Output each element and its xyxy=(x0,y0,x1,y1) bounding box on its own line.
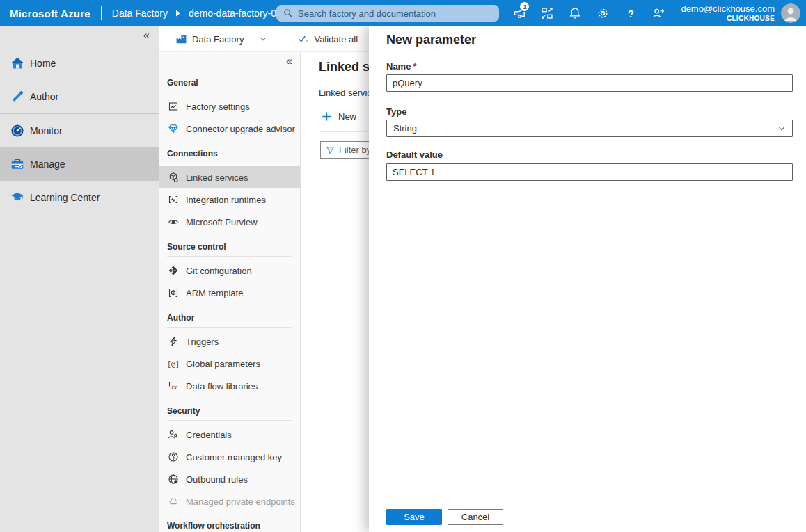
name-label-text: Name xyxy=(386,61,411,72)
integration-runtime-icon xyxy=(168,194,179,205)
save-button[interactable]: Save xyxy=(386,509,442,525)
avatar[interactable] xyxy=(781,3,800,23)
nav-item-credentials[interactable]: Credentials xyxy=(159,424,300,446)
nav-item-label: ARM template xyxy=(186,288,243,298)
azure-brand[interactable]: Microsoft Azure xyxy=(10,8,90,19)
breadcrumb-current[interactable]: demo-data-factory-00 xyxy=(189,8,282,19)
breadcrumb-root[interactable]: Data Factory xyxy=(112,8,168,19)
switch-view-button[interactable] xyxy=(533,0,561,26)
sidebar-item-learning-center[interactable]: Learning Center xyxy=(0,181,159,214)
arm-template-icon xyxy=(168,287,179,298)
new-button[interactable]: New xyxy=(322,111,356,122)
fx-icon: fx xyxy=(168,380,179,392)
nav-item-managed-private-endpoints[interactable]: Managed private endpoints xyxy=(159,490,300,513)
factory-icon xyxy=(175,33,187,45)
page-description: Linked servic xyxy=(319,88,372,98)
default-value-label: Default value xyxy=(386,150,443,160)
nav-item-git-configuration[interactable]: Git configuration xyxy=(159,259,300,282)
person-icon xyxy=(781,3,800,23)
nav-section-header: Connections xyxy=(159,148,300,159)
feedback-button[interactable] xyxy=(645,0,672,26)
settings-button[interactable] xyxy=(589,0,617,26)
nav-section-header: General xyxy=(159,77,300,88)
new-parameter-panel: New parameter Name* Type String Default … xyxy=(369,26,806,532)
cancel-button[interactable]: Cancel xyxy=(448,509,503,525)
name-input[interactable] xyxy=(386,74,793,92)
nav-item-label: Linked services xyxy=(186,172,248,183)
notifications-button[interactable] xyxy=(561,0,589,26)
nav-item-label: Data flow libraries xyxy=(186,381,258,392)
home-icon xyxy=(10,56,24,70)
help-button[interactable]: ? xyxy=(617,0,645,26)
nav-section-divider xyxy=(167,92,292,92)
cloud-icon xyxy=(168,496,179,507)
nav-item-label: Global parameters xyxy=(186,359,260,369)
sidebar-item-home[interactable]: Home xyxy=(0,47,159,80)
sidebar-item-author[interactable]: Author xyxy=(0,80,159,113)
validate-all-label: Validate all xyxy=(314,34,358,45)
nav-section-general: General Factory settings Connector upgra… xyxy=(159,77,300,140)
nav-item-factory-settings[interactable]: Factory settings xyxy=(159,95,300,118)
nav-section-header: Security xyxy=(159,405,300,417)
plus-icon xyxy=(322,111,332,122)
nav-item-label: Customer managed key xyxy=(186,452,282,462)
topbar-separator xyxy=(101,6,102,20)
nav-item-linked-services[interactable]: Linked services xyxy=(159,166,300,188)
nav-section-connections: Connections Linked services Integration … xyxy=(159,148,300,233)
topbar-actions: 1 ? demo@clickhouse.com CLICKHOUSE xyxy=(505,0,806,26)
sidebar-collapse-icon[interactable]: « xyxy=(143,29,150,42)
nav-item-triggers[interactable]: Triggers xyxy=(159,330,300,353)
sidebar-item-label: Learning Center xyxy=(30,192,100,203)
nav-item-data-flow-libraries[interactable]: fx Data flow libraries xyxy=(159,375,300,397)
type-label: Type xyxy=(386,106,406,117)
factory-selector[interactable]: Data Factory xyxy=(175,33,244,45)
manage-nav-panel: « General Factory settings Connector upg… xyxy=(159,52,301,532)
search-input[interactable] xyxy=(298,8,486,19)
gear-icon xyxy=(596,7,609,19)
sidebar-item-label: Home xyxy=(30,58,56,69)
nav-collapse-icon[interactable]: « xyxy=(286,55,292,67)
panel-title: New parameter xyxy=(386,33,476,47)
nav-item-label: Connector upgrade advisor xyxy=(186,124,295,134)
nav-section-divider xyxy=(167,327,292,328)
gem-icon xyxy=(168,123,179,134)
account-org: CLICKHOUSE xyxy=(681,15,775,23)
chevron-right-icon xyxy=(175,10,181,17)
nav-item-connector-upgrade-advisor[interactable]: Connector upgrade advisor xyxy=(159,118,300,140)
topbar: Microsoft Azure Data Factory demo-data-f… xyxy=(0,0,806,26)
nav-section-source-control: Source control Git configuration ARM tem… xyxy=(159,241,300,304)
eye-icon xyxy=(168,216,179,227)
account-info[interactable]: demo@clickhouse.com CLICKHOUSE xyxy=(681,3,775,23)
nav-item-outbound-rules[interactable]: Outbound rules xyxy=(159,468,300,490)
sidebar-item-monitor[interactable]: Monitor xyxy=(0,114,159,147)
page-title: Linked se xyxy=(319,60,377,74)
nav-section-security: Security Credentials Customer managed ke… xyxy=(159,405,300,513)
nav-item-label: Outbound rules xyxy=(186,474,248,485)
notification-badge: 1 xyxy=(519,1,530,12)
validate-checklist-icon xyxy=(298,33,309,45)
nav-item-microsoft-purview[interactable]: Microsoft Purview xyxy=(159,211,300,233)
sidebar-item-label: Author xyxy=(30,91,58,102)
sidebar-item-manage[interactable]: Manage xyxy=(0,147,159,181)
factory-selector-label: Data Factory xyxy=(192,34,244,45)
pencil-icon xyxy=(10,90,24,104)
factory-dropdown-chevron[interactable] xyxy=(259,35,267,43)
name-label: Name* xyxy=(386,61,416,72)
nav-item-integration-runtimes[interactable]: Integration runtimes xyxy=(159,188,300,211)
svg-text:fx: fx xyxy=(171,384,177,391)
toolbox-icon xyxy=(10,157,24,171)
megaphone-button[interactable]: 1 xyxy=(505,0,533,26)
nav-item-global-parameters[interactable]: [@] Global parameters xyxy=(159,353,300,375)
nav-item-arm-template[interactable]: ARM template xyxy=(159,282,300,304)
nav-section-header: Source control xyxy=(159,241,300,252)
nav-section-header: Workflow orchestration manager xyxy=(159,521,300,532)
validate-all-button[interactable]: Validate all xyxy=(298,33,358,45)
type-select[interactable]: String xyxy=(386,120,793,137)
account-email: demo@clickhouse.com xyxy=(681,3,775,15)
panel-footer: Save Cancel xyxy=(369,499,806,532)
workspace: Data Factory Validate all « Gen xyxy=(159,26,806,532)
switch-view-icon xyxy=(541,7,553,19)
nav-item-customer-managed-key[interactable]: Customer managed key xyxy=(159,446,300,468)
default-value-input[interactable] xyxy=(386,163,793,181)
type-select-value: String xyxy=(393,123,417,134)
